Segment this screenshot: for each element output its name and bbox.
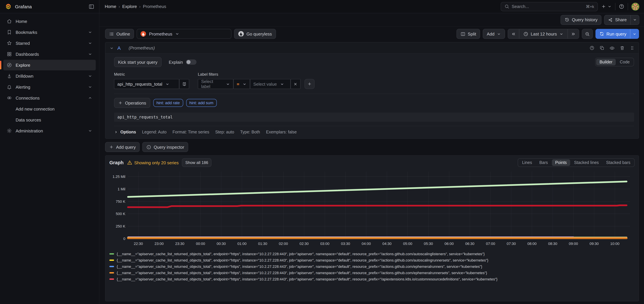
time-series-chart[interactable]: 0250 K500 K750 K1 Mil1.25 Mil22:3023:002… — [110, 169, 635, 248]
split-panes-icon — [460, 31, 466, 36]
query-actions-row: Add query Query inspector — [105, 142, 639, 152]
brand-title: Grafana — [15, 4, 32, 9]
add-filter-button[interactable] — [304, 79, 314, 89]
share-button[interactable]: Share — [604, 15, 630, 24]
zoom-out-button[interactable] — [582, 29, 593, 39]
breadcrumb-item-explore[interactable]: Explore — [122, 4, 137, 9]
plus-icon — [109, 145, 114, 149]
add-query-button[interactable]: Add query — [105, 142, 140, 152]
query-help-button[interactable] — [590, 45, 594, 50]
sidebar-item-dashboards[interactable]: Dashboards — [3, 49, 96, 59]
collapse-query-button[interactable] — [110, 46, 114, 50]
add-operation-button[interactable]: Operations — [114, 98, 150, 108]
search-input[interactable] — [512, 4, 584, 9]
select-value-placeholder: Select value — [253, 81, 277, 86]
operator-dropdown[interactable]: = — [234, 79, 250, 89]
legend-item[interactable]: {__name__="apiserver_cache_list_returned… — [110, 251, 635, 257]
sidebar-item-bookmarks[interactable]: Bookmarks — [3, 27, 96, 37]
delete-query-button[interactable] — [620, 45, 625, 50]
run-query-dropdown-button[interactable] — [630, 29, 639, 38]
legend-item[interactable]: {__name__="apiserver_cache_list_returned… — [110, 276, 635, 282]
sidebar-item-data-sources[interactable]: Data sources — [3, 115, 96, 125]
y-axis-tick-label: 1 Mil — [118, 187, 125, 191]
option-summary-item: Step: auto — [215, 130, 234, 135]
remove-filter-button[interactable] — [290, 79, 300, 89]
outline-list-icon — [109, 31, 114, 36]
select-value-dropdown[interactable]: Select value — [250, 79, 290, 89]
sidebar-item-administration[interactable]: Administration — [3, 126, 96, 136]
datasource-picker[interactable]: Prometheus — [137, 29, 232, 39]
sidebar-item-label: Data sources — [16, 117, 41, 122]
query-hint-button[interactable]: hint: add sum — [186, 99, 216, 107]
sidebar-item-label: Home — [16, 19, 27, 24]
sidebar-item-add-new-connection[interactable]: Add new connection — [3, 104, 96, 114]
duplicate-query-button[interactable] — [600, 45, 604, 50]
legend-item[interactable]: {__name__="apiserver_cache_list_returned… — [110, 263, 635, 270]
sidebar-item-home[interactable]: Home — [3, 16, 96, 26]
graph-style-lines[interactable]: Lines — [519, 159, 536, 166]
legend-item[interactable]: {__name__="apiserver_cache_list_returned… — [110, 270, 635, 276]
query-patterns-row: Kick start your query Explain Builder Co… — [114, 57, 634, 67]
legend-item[interactable]: {__name__="apiserver_cache_list_returned… — [110, 257, 635, 263]
x-axis-tick-label: 08:30 — [548, 242, 557, 246]
kick-start-label: Kick start your query — [118, 60, 158, 65]
sidebar-item-connections[interactable]: Connections — [3, 93, 96, 103]
add-new-button[interactable] — [601, 4, 612, 9]
time-range-picker[interactable]: Last 12 hours — [519, 29, 568, 38]
dock-menu-button[interactable] — [88, 3, 94, 9]
builder-mode-button[interactable]: Builder — [596, 59, 616, 65]
add-dropdown-button[interactable]: Add — [483, 29, 505, 39]
outline-button[interactable]: Outline — [105, 29, 134, 39]
code-mode-button[interactable]: Code — [616, 59, 633, 65]
chevron-down-icon — [165, 82, 170, 86]
show-all-series-button[interactable]: Show all 186 — [182, 158, 212, 167]
graph-style-bars[interactable]: Bars — [536, 159, 551, 166]
graph-header: Graph Showing only 20 series Show all 18… — [110, 158, 635, 167]
app-body: HomeBookmarksStarredDashboardsExploreDri… — [0, 13, 644, 304]
time-shift-forward-button[interactable] — [568, 29, 579, 38]
options-expander[interactable]: Options — [114, 130, 136, 135]
share-dropdown-button[interactable] — [630, 15, 639, 24]
metrics-explorer-button[interactable] — [179, 79, 189, 89]
home-icon — [7, 18, 12, 24]
explore-toolbar: Outline Prometheus Go queryless — [105, 29, 639, 39]
sidebar-item-starred[interactable]: Starred — [3, 38, 96, 48]
help-button[interactable] — [619, 4, 624, 9]
avatar-image — [631, 2, 639, 10]
graph-style-stacked-bars[interactable]: Stacked bars — [603, 159, 634, 166]
operations-row: Operations hint: add ratehint: add sum — [114, 98, 634, 108]
split-button[interactable]: Split — [456, 29, 480, 39]
user-avatar[interactable] — [631, 2, 639, 10]
graph-style-points[interactable]: Points — [552, 159, 570, 166]
query-hint-button[interactable]: hint: add rate — [153, 99, 183, 107]
graph-style-stacked-lines[interactable]: Stacked lines — [571, 159, 602, 166]
breadcrumb-item-home[interactable]: Home — [105, 4, 116, 9]
query-row-header[interactable]: A (Prometheus) — [106, 42, 639, 54]
select-label-dropdown[interactable]: Select label — [198, 79, 234, 89]
metric-field: Metric api_http_requests_total — [114, 72, 189, 89]
chevron-right-icon — [114, 130, 118, 134]
explain-toggle[interactable] — [186, 59, 196, 65]
sidebar-item-alerting[interactable]: Alerting — [3, 82, 96, 92]
header-left: Grafana — [0, 0, 100, 13]
show-all-series-label: Show all 186 — [185, 160, 208, 165]
sidebar-item-drilldown[interactable]: Drilldown — [3, 71, 96, 81]
metric-select[interactable]: api_http_requests_total — [114, 79, 179, 89]
run-query-button[interactable]: Run query — [596, 29, 630, 38]
toggle-visibility-button[interactable] — [610, 45, 615, 51]
graph-panel: Graph Showing only 20 series Show all 18… — [105, 155, 639, 301]
time-shift-back-button[interactable] — [508, 29, 519, 38]
query-history-button[interactable]: Query history — [560, 15, 602, 25]
query-inspector-button[interactable]: Query inspector — [142, 142, 188, 152]
prometheus-flame-icon — [140, 31, 146, 37]
search-box[interactable]: ⌘+k — [501, 2, 598, 11]
sidebar-item-label: Bookmarks — [16, 30, 37, 35]
go-queryless-button[interactable]: Go queryless — [234, 29, 276, 39]
x-axis-tick-label: 02:30 — [300, 242, 309, 246]
sidebar-item-label: Connections — [16, 95, 40, 100]
x-axis-tick-label: 00:00 — [196, 242, 205, 246]
x-axis-tick-label: 05:30 — [424, 242, 433, 246]
sidebar-item-explore[interactable]: Explore — [3, 60, 96, 70]
kick-start-button[interactable]: Kick start your query — [114, 57, 162, 67]
drag-handle[interactable] — [630, 45, 635, 50]
